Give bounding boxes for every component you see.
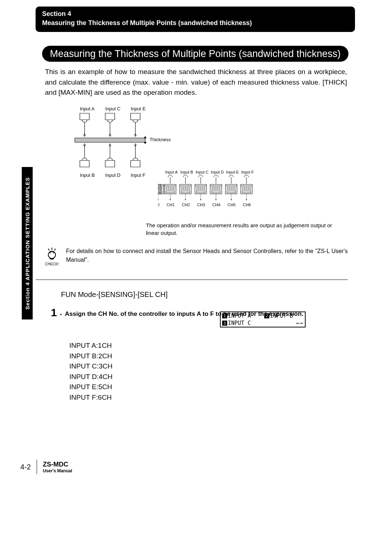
list-item: INPUT E:5CH xyxy=(69,382,113,392)
svg-text:CH6: CH6 xyxy=(243,203,251,207)
label-input-c: Input C xyxy=(105,106,121,111)
svg-text:Input E: Input E xyxy=(226,170,239,174)
svg-point-34 xyxy=(158,199,158,200)
product-name: ZS-MDC xyxy=(43,461,72,468)
step-number: 1 xyxy=(51,307,57,318)
list-item: INPUT C:3CH xyxy=(69,361,113,372)
check-icon: CHECK! xyxy=(43,247,61,266)
lcd-cell-3: 3INPUT C xyxy=(221,320,263,326)
svg-line-44 xyxy=(48,249,49,250)
topic-title: Measuring the Thickness of Multiple Poin… xyxy=(50,48,341,60)
divider xyxy=(36,280,348,280)
label-input-d: Input D xyxy=(105,172,121,178)
check-note: CHECK! For details on how to connect and… xyxy=(43,247,348,266)
svg-text:Input F: Input F xyxy=(241,170,254,174)
list-item: INPUT D:4CH xyxy=(69,372,113,382)
label-input-e: Input E xyxy=(131,106,146,111)
step-text: Assign the CH No. of the controller to i… xyxy=(65,307,348,319)
controller-diagram: Input A Input B Input C Input D Input E … xyxy=(158,170,303,222)
svg-text:CH1: CH1 xyxy=(167,203,175,207)
svg-text:CH4: CH4 xyxy=(212,203,220,207)
lcd-display: 1INPUT A 2INPUT B 3INPUT C ←→ xyxy=(220,311,306,327)
lcd-arrow: ←→ xyxy=(263,320,305,326)
lcd-cell-2: 2INPUT B xyxy=(263,313,305,319)
page-footer: 4-2 ZS-MDC User's Manual xyxy=(20,460,72,474)
topic-title-bar: Measuring the Thickness of Multiple Poin… xyxy=(42,46,348,62)
check-text: For details on how to connect and instal… xyxy=(66,247,348,264)
input-channel-list: INPUT A:1CH INPUT B:2CH INPUT C:3CH INPU… xyxy=(69,341,113,403)
thickness-label: Thickness xyxy=(150,137,171,142)
svg-text:CH5: CH5 xyxy=(228,203,236,207)
label-input-b: Input B xyxy=(80,172,95,178)
label-input-f: Input F xyxy=(131,172,146,178)
sidebar-label: Section 4 APPLICATION SETTING EXAMPLES xyxy=(24,177,30,310)
svg-line-45 xyxy=(54,249,56,250)
page-header: Section 4 Measuring the Thickness of Mul… xyxy=(36,7,355,32)
svg-text:CH0: CH0 xyxy=(158,203,159,207)
svg-text:Input C: Input C xyxy=(196,170,209,174)
lcd-cell-1: 1INPUT A xyxy=(221,313,263,319)
svg-point-46 xyxy=(48,251,56,258)
manual-label: User's Manual xyxy=(43,468,72,473)
fun-mode-path: FUN Mode-[SENSING]-[SEL CH] xyxy=(61,290,168,299)
svg-rect-3 xyxy=(75,138,145,142)
intro-paragraph: This is an example of how to measure the… xyxy=(45,67,347,98)
footer-divider xyxy=(37,460,37,474)
svg-rect-32 xyxy=(158,191,162,193)
page-number: 4-2 xyxy=(20,463,31,471)
svg-text:Input A: Input A xyxy=(165,170,178,174)
section-title: Measuring the Thickness of Multiple Poin… xyxy=(42,19,348,27)
svg-text:CH3: CH3 xyxy=(197,203,205,207)
svg-text:Input B: Input B xyxy=(180,170,193,174)
sidebar-tab: Section 4 APPLICATION SETTING EXAMPLES xyxy=(22,167,33,319)
check-label: CHECK! xyxy=(43,262,61,266)
list-item: INPUT A:1CH xyxy=(69,341,113,351)
list-item: INPUT B:2CH xyxy=(69,351,113,362)
list-item: INPUT F:6CH xyxy=(69,392,113,403)
label-input-a: Input A xyxy=(80,106,95,111)
svg-text:CH2: CH2 xyxy=(182,203,190,207)
section-number: Section 4 xyxy=(42,10,348,18)
output-note: The operation and/or measurement results… xyxy=(146,221,342,237)
svg-text:Input D: Input D xyxy=(211,170,224,174)
